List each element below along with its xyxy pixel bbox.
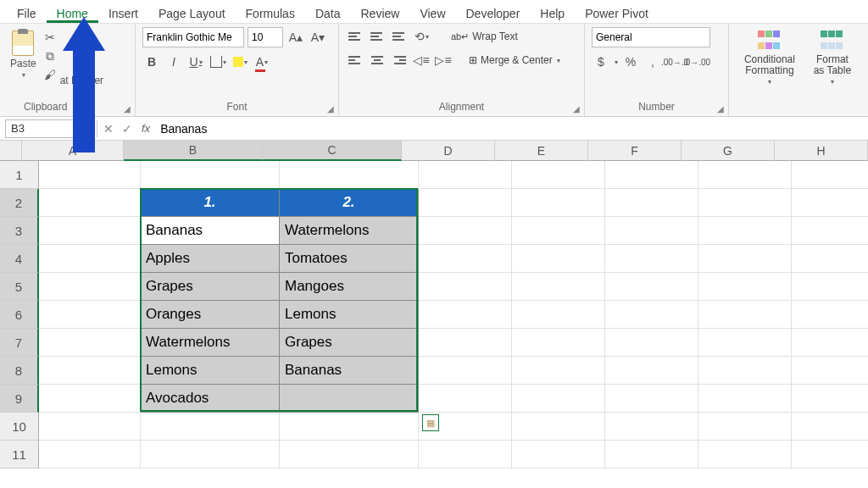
fx-icon[interactable]: fx xyxy=(136,122,155,135)
cell[interactable] xyxy=(512,161,605,189)
cell[interactable] xyxy=(39,161,141,189)
cell[interactable] xyxy=(512,245,605,273)
row-header[interactable]: 3 xyxy=(0,217,39,245)
cell[interactable] xyxy=(792,441,868,469)
cell[interactable] xyxy=(141,413,280,441)
menu-tab-power-pivot[interactable]: Power Pivot xyxy=(575,3,659,23)
comma-button[interactable]: , xyxy=(643,53,662,71)
cell[interactable] xyxy=(419,301,512,329)
row-header[interactable]: 5 xyxy=(0,273,39,301)
column-header[interactable]: A xyxy=(22,141,124,161)
cell[interactable] xyxy=(792,189,868,217)
cell[interactable] xyxy=(698,441,792,469)
row-header[interactable]: 11 xyxy=(0,441,39,469)
cell[interactable] xyxy=(419,441,512,469)
menu-tab-home[interactable]: Home xyxy=(47,3,98,23)
fill-color-button[interactable]: ▾ xyxy=(231,53,249,71)
formula-input[interactable] xyxy=(155,122,868,136)
cell[interactable] xyxy=(698,189,792,217)
menu-tab-file[interactable]: File xyxy=(7,3,47,23)
column-header[interactable]: D xyxy=(402,141,495,161)
column-header[interactable]: B xyxy=(124,141,263,161)
align-right-icon[interactable] xyxy=(390,51,409,69)
table-cell[interactable]: Bananas xyxy=(280,357,419,385)
menu-tab-formulas[interactable]: Formulas xyxy=(236,3,305,23)
enter-formula-icon[interactable]: ✓ xyxy=(118,122,136,136)
cell[interactable] xyxy=(605,329,698,357)
cell[interactable] xyxy=(792,161,868,189)
cell[interactable] xyxy=(39,329,141,357)
worksheet-grid[interactable]: ABCDEFGH 1234567891011 1.2.BananasWaterm… xyxy=(0,141,868,469)
cell[interactable] xyxy=(698,329,792,357)
select-all-corner[interactable] xyxy=(0,141,22,161)
cell[interactable] xyxy=(792,245,868,273)
align-top-icon[interactable] xyxy=(346,27,364,46)
cell[interactable] xyxy=(419,385,512,413)
cell[interactable] xyxy=(141,161,280,189)
font-name-select[interactable] xyxy=(142,27,244,47)
cell[interactable] xyxy=(605,301,698,329)
cell[interactable] xyxy=(419,329,512,357)
cell[interactable] xyxy=(512,357,605,385)
cell[interactable] xyxy=(419,189,512,217)
row-header[interactable]: 4 xyxy=(0,245,39,273)
table-cell[interactable] xyxy=(280,385,419,413)
underline-button[interactable]: U▾ xyxy=(186,53,205,71)
increase-indent-icon[interactable]: ▷≡ xyxy=(434,51,453,69)
decrease-decimal-icon[interactable]: .0→.00 xyxy=(687,53,706,71)
cell[interactable] xyxy=(792,413,868,441)
align-middle-icon[interactable] xyxy=(368,27,387,46)
table-cell[interactable]: Grapes xyxy=(141,273,280,301)
table-header-cell[interactable]: 1. xyxy=(141,189,280,217)
quick-analysis-icon[interactable]: ▦ xyxy=(422,414,439,431)
italic-button[interactable]: I xyxy=(164,53,183,71)
column-header[interactable]: E xyxy=(495,141,588,161)
cell[interactable] xyxy=(698,301,792,329)
cell[interactable] xyxy=(605,441,698,469)
row-header[interactable]: 2 xyxy=(0,189,39,217)
cell[interactable] xyxy=(512,301,605,329)
menu-tab-developer[interactable]: Developer xyxy=(456,3,531,23)
dialog-launcher-icon[interactable]: ◢ xyxy=(121,103,133,114)
cell[interactable] xyxy=(605,357,698,385)
table-cell[interactable]: Grapes xyxy=(280,329,419,357)
row-header[interactable]: 9 xyxy=(0,385,39,413)
cell[interactable] xyxy=(605,161,698,189)
number-format-select[interactable] xyxy=(592,27,710,47)
table-cell[interactable]: Apples xyxy=(141,245,280,273)
cell[interactable] xyxy=(512,441,605,469)
cell[interactable] xyxy=(698,161,792,189)
wrap-text-button[interactable]: ab↵Wrap Text xyxy=(448,29,521,44)
cell[interactable] xyxy=(512,413,605,441)
cell[interactable] xyxy=(698,357,792,385)
merge-center-button[interactable]: ⊞Merge & Center▾ xyxy=(465,52,565,69)
menu-tab-page-layout[interactable]: Page Layout xyxy=(148,3,236,23)
table-header-cell[interactable]: 2. xyxy=(280,189,419,217)
font-color-button[interactable]: A▾ xyxy=(253,53,271,71)
align-left-icon[interactable] xyxy=(346,51,364,69)
cut-icon[interactable]: ✂ xyxy=(43,30,57,44)
cell[interactable] xyxy=(792,301,868,329)
row-header[interactable]: 7 xyxy=(0,329,39,357)
cell[interactable] xyxy=(419,273,512,301)
cell[interactable] xyxy=(419,161,512,189)
currency-button[interactable]: $ xyxy=(592,53,610,71)
cell[interactable] xyxy=(39,441,141,469)
menu-tab-help[interactable]: Help xyxy=(530,3,575,23)
align-center-icon[interactable] xyxy=(368,51,387,69)
cell[interactable] xyxy=(39,385,141,413)
percent-button[interactable]: % xyxy=(621,53,640,71)
name-box[interactable]: B3 ▾ xyxy=(5,119,90,138)
decrease-font-icon[interactable]: A▾ xyxy=(309,28,327,47)
table-cell[interactable]: Tomatoes xyxy=(280,245,419,273)
dialog-launcher-icon[interactable]: ◢ xyxy=(325,103,337,114)
cell[interactable] xyxy=(39,217,141,245)
table-cell[interactable]: Mangoes xyxy=(280,273,419,301)
chevron-down-icon[interactable]: ▾ xyxy=(81,125,84,132)
format-painter-icon[interactable]: 🖌 xyxy=(43,68,57,81)
table-cell[interactable]: Watermelons xyxy=(280,217,419,245)
cell[interactable] xyxy=(792,217,868,245)
cell[interactable] xyxy=(419,245,512,273)
cell[interactable] xyxy=(39,245,141,273)
menu-tab-view[interactable]: View xyxy=(409,3,455,23)
